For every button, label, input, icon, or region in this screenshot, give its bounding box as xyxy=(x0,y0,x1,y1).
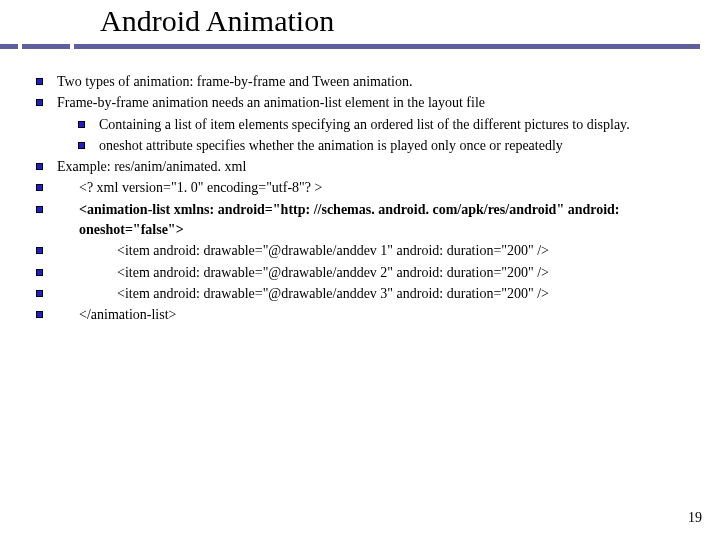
body-line: Two types of animation: frame-by-frame a… xyxy=(57,72,712,92)
title-accent-1 xyxy=(0,44,18,49)
bullet-icon xyxy=(78,121,85,128)
body-line: Frame-by-frame animation needs an animat… xyxy=(57,93,712,113)
page-number: 19 xyxy=(688,510,702,526)
code-line-bold: <animation-list xmlns: android="http: //… xyxy=(57,200,712,241)
bullet-icon xyxy=(36,99,43,106)
code-line: <item android: drawable="@drawable/andde… xyxy=(57,263,712,283)
code-line: <? xml version="1. 0" encoding="utf-8"? … xyxy=(57,178,712,198)
bullet-icon xyxy=(36,184,43,191)
bullet-icon xyxy=(36,290,43,297)
title-accent-3 xyxy=(74,44,100,49)
bullet-icon xyxy=(78,142,85,149)
bullet-icon xyxy=(36,247,43,254)
title-underline xyxy=(100,44,700,49)
code-line: </animation-list> xyxy=(57,305,712,325)
bullet-icon xyxy=(36,206,43,213)
code-line: <item android: drawable="@drawable/andde… xyxy=(57,241,712,261)
bullet-icon xyxy=(36,311,43,318)
slide-body: Two types of animation: frame-by-frame a… xyxy=(36,72,712,327)
body-subline: oneshot attribute specifies whether the … xyxy=(99,136,712,156)
body-subline: Containing a list of item elements speci… xyxy=(99,115,712,135)
oneshot-desc: attribute specifies whether the animatio… xyxy=(143,138,563,153)
bullet-icon xyxy=(36,163,43,170)
bullet-icon xyxy=(36,269,43,276)
slide-title: Android Animation xyxy=(100,4,334,38)
code-line: <item android: drawable="@drawable/andde… xyxy=(57,284,712,304)
oneshot-keyword: oneshot xyxy=(99,138,143,153)
body-line: Example: res/anim/animated. xml xyxy=(57,157,712,177)
bullet-icon xyxy=(36,78,43,85)
title-accent-2 xyxy=(22,44,70,49)
